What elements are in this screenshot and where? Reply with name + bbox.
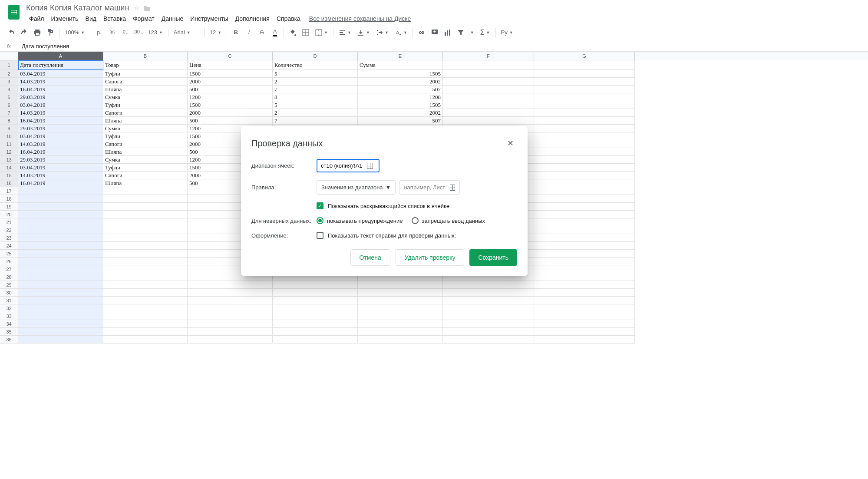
cell[interactable] — [18, 289, 103, 297]
row-header[interactable]: 13 — [0, 156, 18, 164]
show-help-checkbox[interactable] — [317, 232, 323, 239]
font-select[interactable]: Arial▼ — [171, 27, 201, 38]
row-header[interactable]: 16 — [0, 179, 18, 187]
cell[interactable] — [103, 336, 188, 344]
cell[interactable]: 29.03.2019 — [18, 156, 103, 164]
menu-format[interactable]: Формат — [130, 13, 158, 24]
cell[interactable]: 29.03.2019 — [18, 93, 103, 101]
cell[interactable]: 14.03.2019 — [18, 78, 103, 86]
cell[interactable] — [443, 109, 534, 117]
close-icon[interactable]: ✕ — [503, 136, 517, 150]
decrease-decimal-button[interactable]: .0← — [119, 26, 131, 39]
cell[interactable]: 507 — [358, 117, 443, 125]
cell[interactable] — [18, 336, 103, 344]
cell[interactable] — [443, 78, 534, 86]
cell[interactable] — [534, 195, 635, 203]
insert-comment-button[interactable] — [429, 26, 441, 39]
cell[interactable] — [358, 336, 443, 344]
strikethrough-button[interactable]: S — [256, 26, 268, 39]
cell[interactable] — [18, 258, 103, 265]
cell[interactable] — [534, 242, 635, 250]
remove-validation-button[interactable]: Удалить проверку — [396, 249, 465, 266]
cell[interactable] — [273, 281, 358, 289]
cell[interactable] — [534, 93, 635, 101]
cell[interactable] — [103, 297, 188, 304]
cell[interactable] — [443, 312, 534, 320]
cell[interactable] — [443, 93, 534, 101]
cell[interactable]: Сапоги — [103, 140, 188, 148]
cell[interactable]: 29.03.2019 — [18, 125, 103, 132]
row-header[interactable]: 21 — [0, 218, 18, 226]
row-header[interactable]: 4 — [0, 86, 18, 93]
column-header-b[interactable]: B — [103, 52, 188, 60]
menu-edit[interactable]: Изменить — [48, 13, 81, 24]
cell[interactable] — [188, 312, 273, 320]
row-header[interactable]: 24 — [0, 242, 18, 250]
document-title[interactable]: Копия Копия Каталог машин — [26, 3, 129, 13]
print-button[interactable] — [31, 26, 43, 39]
cell[interactable]: 03.04.2019 — [18, 70, 103, 78]
cell[interactable] — [18, 203, 103, 211]
cell[interactable]: 2000 — [188, 109, 273, 117]
input-language-button[interactable]: Ру▼ — [498, 27, 516, 38]
increase-decimal-button[interactable]: .00→ — [132, 26, 144, 39]
vertical-align-button[interactable]: ▼ — [355, 27, 373, 38]
row-header[interactable]: 17 — [0, 187, 18, 195]
font-size-select[interactable]: 12▼ — [207, 27, 224, 38]
cell[interactable]: Шляпа — [103, 148, 188, 156]
column-header-c[interactable]: C — [188, 52, 273, 60]
cell[interactable] — [18, 320, 103, 328]
save-button[interactable]: Сохранить — [469, 249, 517, 266]
cell[interactable]: 1200 — [188, 93, 273, 101]
row-header[interactable]: 26 — [0, 258, 18, 265]
cell[interactable]: 500 — [188, 86, 273, 93]
row-header[interactable]: 9 — [0, 125, 18, 132]
cell[interactable] — [273, 297, 358, 304]
cell[interactable] — [18, 187, 103, 195]
cell[interactable]: Сумка — [103, 156, 188, 164]
cell[interactable] — [534, 187, 635, 195]
menu-data[interactable]: Данные — [158, 13, 187, 24]
borders-button[interactable] — [300, 26, 312, 39]
cell[interactable] — [534, 140, 635, 148]
cell[interactable] — [103, 258, 188, 265]
cell[interactable]: Туфли — [103, 101, 188, 109]
insert-chart-button[interactable] — [442, 26, 454, 39]
cell[interactable] — [103, 195, 188, 203]
menu-view[interactable]: Вид — [83, 13, 99, 24]
row-header[interactable]: 25 — [0, 250, 18, 258]
rules-range-input[interactable] — [404, 184, 447, 191]
cell[interactable] — [534, 70, 635, 78]
cell[interactable] — [18, 265, 103, 273]
cell[interactable]: Количество — [273, 60, 358, 70]
cell[interactable]: 1500 — [188, 70, 273, 78]
cell[interactable] — [443, 297, 534, 304]
cell[interactable] — [534, 226, 635, 234]
row-header[interactable]: 3 — [0, 78, 18, 86]
cell[interactable] — [358, 312, 443, 320]
cell[interactable] — [103, 304, 188, 312]
cell[interactable] — [534, 273, 635, 281]
insert-link-button[interactable] — [416, 26, 428, 39]
cell[interactable]: Сапоги — [103, 109, 188, 117]
cell[interactable] — [534, 265, 635, 273]
cell[interactable] — [273, 312, 358, 320]
cell[interactable] — [534, 164, 635, 172]
cell[interactable] — [103, 250, 188, 258]
row-header[interactable]: 10 — [0, 132, 18, 140]
row-header[interactable]: 11 — [0, 140, 18, 148]
cell[interactable] — [534, 320, 635, 328]
cell[interactable] — [534, 132, 635, 140]
row-header[interactable]: 23 — [0, 234, 18, 242]
cell[interactable] — [103, 226, 188, 234]
cell[interactable] — [534, 148, 635, 156]
number-format-select[interactable]: 123▼ — [145, 27, 165, 38]
menu-file[interactable]: Файл — [26, 13, 47, 24]
cell[interactable] — [534, 289, 635, 297]
cell[interactable] — [534, 156, 635, 164]
text-rotation-button[interactable]: A▼ — [392, 27, 410, 38]
cell[interactable] — [103, 289, 188, 297]
cell[interactable] — [443, 304, 534, 312]
cell[interactable] — [18, 328, 103, 336]
cell[interactable] — [18, 250, 103, 258]
